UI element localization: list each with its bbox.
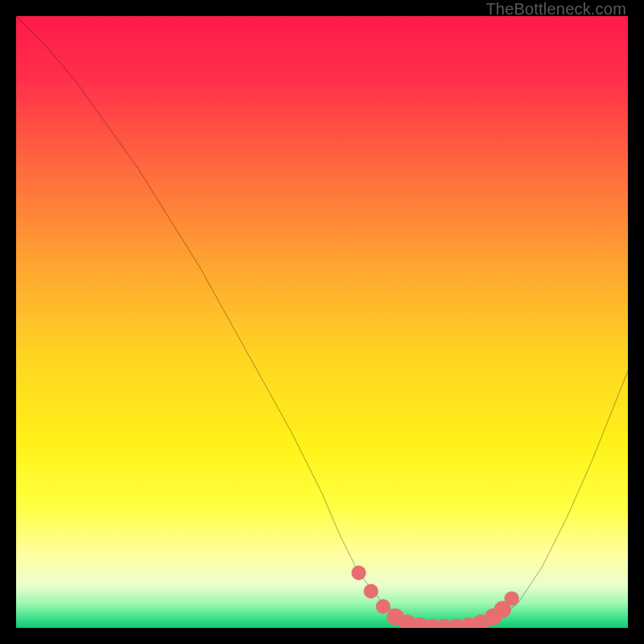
plot-area bbox=[16, 16, 628, 628]
svg-rect-0 bbox=[16, 16, 628, 628]
background-gradient bbox=[16, 16, 628, 628]
chart-frame: TheBottleneck.com bbox=[0, 0, 644, 644]
watermark-text: TheBottleneck.com bbox=[485, 0, 626, 19]
